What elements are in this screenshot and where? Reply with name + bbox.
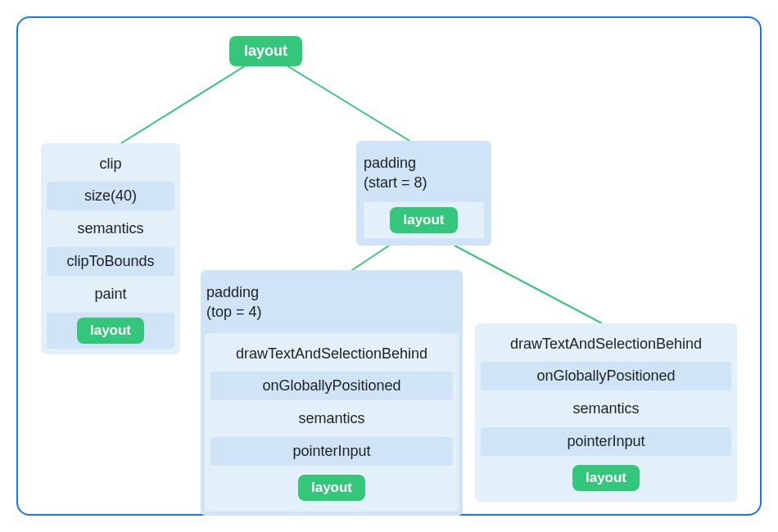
root-node: layout <box>229 36 302 66</box>
bl-layout-label: layout <box>298 475 365 501</box>
left-row-paint: paint <box>47 280 174 309</box>
right-layout-wrap: layout <box>364 202 484 238</box>
bl-row-ongloballypositioned: onGloballyPositioned <box>210 372 453 400</box>
bl-row-pointerinput: pointerInput <box>210 437 453 466</box>
br-row-pointerinput: pointerInput <box>481 427 731 456</box>
bottom-left-node: padding (top = 4) drawTextAndSelectionBe… <box>201 270 463 516</box>
left-row-clip: clip <box>47 149 174 178</box>
br-row-semantics: semantics <box>481 394 731 423</box>
right-node: padding (start = 8) layout <box>356 141 491 246</box>
bl-layout-wrap: layout <box>210 470 453 506</box>
left-node: clip size(40) semantics clipToBounds pai… <box>41 143 180 354</box>
bl-row-drawtext: drawTextAndSelectionBehind <box>210 339 453 367</box>
root-layout-label: layout <box>229 36 302 66</box>
left-row-size: size(40) <box>47 182 174 210</box>
right-padding-line1: padding <box>364 155 416 171</box>
br-layout-label: layout <box>572 465 640 491</box>
right-padding-header: padding (start = 8) <box>364 148 484 198</box>
br-row-ongloballypositioned: onGloballyPositioned <box>481 362 731 390</box>
bottom-right-node: drawTextAndSelectionBehind onGloballyPos… <box>475 323 737 502</box>
left-layout-label: layout <box>77 318 144 344</box>
br-row-drawtext: drawTextAndSelectionBehind <box>481 329 731 358</box>
br-layout-wrap: layout <box>481 460 731 496</box>
bl-padding-line1: padding <box>206 284 259 300</box>
right-padding-line2: (start = 8) <box>364 174 427 191</box>
right-layout-label: layout <box>390 207 457 233</box>
bl-row-semantics: semantics <box>210 404 453 433</box>
bl-padding-line2: (top = 4) <box>206 304 262 320</box>
bl-padding-header: padding (top = 4) <box>206 276 457 329</box>
left-row-layout-wrap: layout <box>47 313 174 349</box>
left-row-cliptobounds: clipToBounds <box>47 247 174 276</box>
left-row-semantics: semantics <box>47 214 174 243</box>
